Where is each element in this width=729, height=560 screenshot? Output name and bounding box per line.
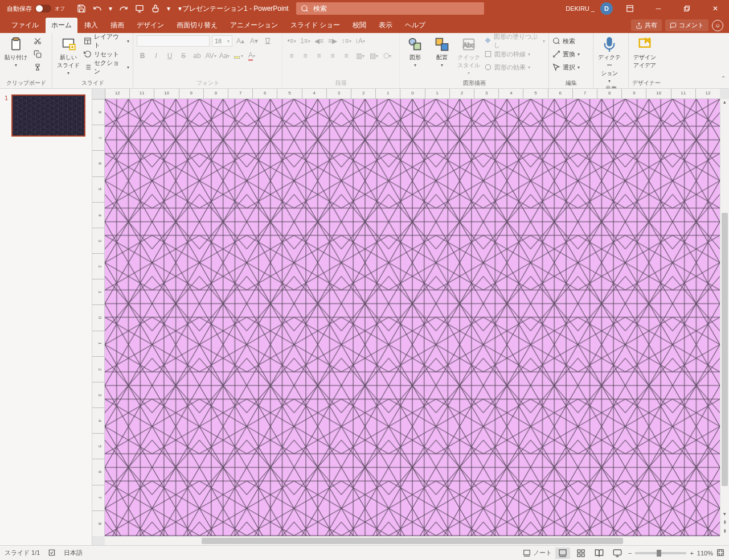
toggle-switch-icon[interactable]: [35, 5, 51, 13]
next-slide-icon[interactable]: ⇟: [720, 528, 729, 536]
fit-to-window-button[interactable]: [716, 549, 724, 558]
tab-transitions[interactable]: 画面切り替え: [171, 18, 223, 33]
slide-canvas[interactable]: [105, 99, 720, 536]
shape-effects-button[interactable]: 図形の効果▾: [484, 61, 545, 73]
section-button[interactable]: セクション▾: [84, 61, 129, 73]
shape-fill-button[interactable]: 図形の塗りつぶし▾: [484, 35, 545, 47]
search-box[interactable]: 検索: [296, 2, 484, 15]
decrease-indent-button[interactable]: ◀≡: [313, 35, 325, 47]
language-indicator[interactable]: 日本語: [64, 549, 83, 557]
shape-outline-button[interactable]: 図形の枠線▾: [484, 48, 545, 60]
save-icon[interactable]: [76, 3, 87, 14]
tab-draw[interactable]: 描画: [105, 18, 130, 33]
undo-icon[interactable]: [92, 3, 103, 14]
vertical-ruler[interactable]: 87654321012345678: [92, 99, 105, 536]
design-ideas-button[interactable]: デザイン アイデア: [632, 35, 657, 69]
touch-mode-icon[interactable]: [150, 3, 161, 14]
columns-button[interactable]: ▥▾: [354, 50, 366, 61]
tab-help[interactable]: ヘルプ: [399, 18, 431, 33]
char-spacing-button[interactable]: AV▾: [205, 50, 216, 61]
ribbon-display-options-icon[interactable]: [619, 0, 641, 17]
reading-view-button[interactable]: [592, 547, 607, 559]
tab-insert[interactable]: 挿入: [79, 18, 104, 33]
shrink-font-button[interactable]: A▾: [248, 35, 260, 47]
italic-button[interactable]: I: [150, 50, 162, 61]
font-name-combo[interactable]: [137, 35, 210, 47]
find-button[interactable]: 検索: [552, 35, 580, 47]
shadow-button[interactable]: ab: [191, 50, 203, 61]
strikethrough-button[interactable]: S: [178, 50, 189, 61]
restore-button[interactable]: [675, 0, 698, 17]
undo-dropdown-icon[interactable]: ▾: [108, 3, 113, 14]
quick-styles-button[interactable]: Abc クイック スタイル ▾: [457, 35, 481, 76]
collapse-ribbon-button[interactable]: ⌃: [721, 75, 726, 81]
horizontal-ruler[interactable]: 1211109876543210123456789101112: [105, 89, 720, 99]
reset-button[interactable]: リセット: [84, 48, 129, 60]
tab-slideshow[interactable]: スライド ショー: [285, 18, 346, 33]
paste-button[interactable]: 貼り付け ▾: [3, 35, 28, 68]
align-text-button[interactable]: ▤▾: [368, 50, 379, 61]
bullets-button[interactable]: •≡▾: [286, 35, 297, 47]
replace-button[interactable]: 置換▾: [552, 48, 580, 60]
bold-button[interactable]: B: [137, 50, 148, 61]
tab-home[interactable]: ホーム: [46, 18, 77, 33]
comment-button[interactable]: コメント: [665, 19, 708, 31]
scroll-down-arrow-icon[interactable]: ▾: [720, 511, 729, 519]
underline-button[interactable]: U: [164, 50, 175, 61]
copy-button[interactable]: [32, 48, 43, 60]
font-size-combo[interactable]: 18▾: [212, 35, 232, 47]
notes-button[interactable]: ノート: [523, 549, 552, 557]
start-from-beginning-icon[interactable]: [134, 3, 145, 14]
touch-dropdown-icon[interactable]: ▾: [166, 3, 171, 14]
slideshow-view-button[interactable]: [610, 547, 625, 559]
clear-formatting-button[interactable]: [262, 35, 273, 47]
dictation-button[interactable]: ディクテー ション ▾: [597, 35, 622, 84]
share-button[interactable]: 共有: [631, 19, 662, 31]
prev-slide-icon[interactable]: ⇞: [720, 520, 729, 528]
distribute-button[interactable]: ≡: [341, 50, 352, 61]
redo-icon[interactable]: [118, 3, 129, 14]
tab-view[interactable]: 表示: [373, 18, 398, 33]
numbering-button[interactable]: 1≡▾: [300, 35, 311, 47]
align-right-button[interactable]: ≡: [313, 50, 325, 61]
tab-file[interactable]: ファイル: [6, 18, 44, 33]
align-center-button[interactable]: ≡: [300, 50, 311, 61]
zoom-out-button[interactable]: −: [628, 550, 632, 557]
increase-indent-button[interactable]: ≡▶: [327, 35, 338, 47]
justify-button[interactable]: ≡: [327, 50, 338, 61]
slide-sorter-view-button[interactable]: [574, 547, 588, 559]
tab-review[interactable]: 校閲: [347, 18, 372, 33]
font-color-button[interactable]: A▾: [246, 50, 257, 61]
align-left-button[interactable]: ≡: [286, 50, 297, 61]
arrange-button[interactable]: 配置 ▾: [430, 35, 453, 68]
spell-check-icon[interactable]: [48, 549, 56, 558]
layout-button[interactable]: レイアウト▾: [84, 35, 129, 47]
zoom-slider-thumb[interactable]: [657, 550, 661, 557]
autosave-toggle[interactable]: 自動保存 オフ: [7, 5, 65, 13]
cut-button[interactable]: [32, 35, 43, 47]
change-case-button[interactable]: Aa▾: [219, 50, 230, 61]
slide-counter[interactable]: スライド 1/1: [5, 549, 40, 557]
shapes-button[interactable]: 図形 ▾: [403, 35, 427, 68]
zoom-slider[interactable]: [635, 552, 686, 554]
slide-thumbnail-1[interactable]: 1: [5, 94, 87, 137]
close-button[interactable]: ✕: [704, 0, 727, 17]
scroll-thumb[interactable]: [722, 213, 728, 486]
zoom-level[interactable]: 110%: [697, 550, 713, 557]
vertical-scrollbar[interactable]: ▴ ▾ ⇞ ⇟: [720, 99, 729, 536]
tab-design[interactable]: デザイン: [131, 18, 170, 33]
grow-font-button[interactable]: A▴: [235, 35, 246, 47]
user-avatar[interactable]: D: [600, 2, 613, 15]
new-slide-button[interactable]: 新しい スライド ▾: [56, 35, 80, 76]
normal-view-button[interactable]: [555, 547, 570, 559]
scroll-up-arrow-icon[interactable]: ▴: [720, 99, 729, 107]
format-painter-button[interactable]: [32, 61, 43, 73]
line-spacing-button[interactable]: ↕≡▾: [341, 35, 352, 47]
user-name[interactable]: DEKIRU _: [566, 5, 595, 12]
highlight-button[interactable]: ▾: [232, 50, 244, 61]
scroll-thumb[interactable]: [202, 538, 623, 544]
zoom-in-button[interactable]: +: [690, 550, 693, 557]
horizontal-scrollbar[interactable]: [105, 536, 720, 545]
feedback-smiley-icon[interactable]: ☺: [712, 20, 723, 31]
minimize-button[interactable]: ─: [647, 0, 670, 17]
